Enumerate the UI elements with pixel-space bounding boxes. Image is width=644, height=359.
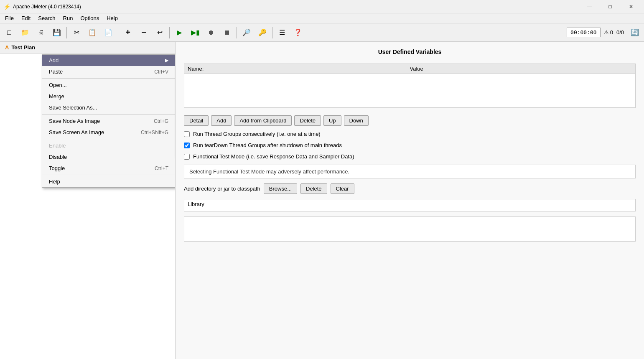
ctx-sep-3 [42, 139, 175, 139]
menu-help[interactable]: Help [103, 14, 121, 22]
user-defined-vars-title: User Defined Variables [184, 48, 636, 55]
warning-badge: ⚠ 0 [604, 29, 613, 36]
run-toolbar-button[interactable]: ▶ [172, 25, 187, 40]
library-box: Library [184, 199, 636, 211]
ctx-sep-2 [42, 114, 175, 115]
ctx-enable-item: Enable [42, 140, 175, 151]
ctx-disable-label: Disable [49, 154, 67, 160]
copy-button[interactable]: 📋 [85, 25, 100, 40]
add-from-clipboard-button[interactable]: Add from Clipboard [234, 115, 292, 126]
ctx-toggle-label: Toggle [49, 165, 65, 171]
functional-mode-checkbox[interactable] [184, 154, 190, 160]
ctx-save-screen-shortcut: Ctrl+Shift+G [141, 130, 168, 135]
ctx-paste-shortcut: Ctrl+V [154, 69, 168, 75]
ctx-open-label: Open... [49, 82, 67, 88]
ctx-save-selection-item[interactable]: Save Selection As... [42, 102, 175, 113]
table-body[interactable] [184, 74, 635, 107]
open-button[interactable]: 📁 [18, 25, 33, 40]
minimize-button[interactable]: — [580, 0, 599, 13]
ctx-add-arrow: ▶ [165, 58, 168, 63]
info-box: Selecting Functional Test Mode may adver… [184, 165, 636, 178]
ctx-help-item[interactable]: Help [42, 176, 175, 187]
detail-button[interactable]: Detail [184, 115, 209, 126]
table-header: Name: Value [184, 64, 635, 74]
menu-options[interactable]: Options [77, 14, 102, 22]
tree-panel: A Test Plan Add ▶ Paste Ctrl+V O [0, 42, 176, 359]
classpath-row: Add directory or jar to classpath Browse… [184, 183, 636, 194]
ctx-open-item[interactable]: Open... [42, 79, 175, 91]
title-bar: ⚡ Apache JMeter (4.0 r1823414) — □ ✕ [0, 0, 644, 13]
functional-mode-label: Functional Test Mode (i.e. save Response… [193, 153, 354, 160]
ctx-disable-item[interactable]: Disable [42, 151, 175, 163]
save-button[interactable]: 💾 [49, 25, 64, 40]
new-button[interactable]: □ [2, 25, 17, 40]
ctx-sep-1 [42, 78, 175, 79]
menu-run[interactable]: Run [60, 14, 76, 22]
ctx-save-screen-image-item[interactable]: Save Screen As Image Ctrl+Shift+G [42, 127, 175, 138]
toolbar-right: 00:00:00 ⚠ 0 0/0 🔄 [567, 25, 642, 40]
menu-bar: File Edit Search Run Options Help [0, 13, 644, 23]
classpath-label: Add directory or jar to classpath [184, 186, 260, 192]
ctx-save-node-image-item[interactable]: Save Node As Image Ctrl+G [42, 115, 175, 127]
ctx-paste-label: Paste [49, 69, 63, 75]
maximize-button[interactable]: □ [601, 0, 620, 13]
tree-root-icon: A [5, 44, 9, 51]
refresh-button[interactable]: 🔄 [627, 25, 642, 40]
browse-button[interactable]: Browse... [264, 183, 297, 194]
delete-classpath-button[interactable]: Delete [300, 183, 327, 194]
ctx-sep-4 [42, 175, 175, 175]
run-consecutive-checkbox[interactable] [184, 131, 190, 137]
menu-file[interactable]: File [2, 14, 17, 22]
ctx-merge-label: Merge [49, 93, 64, 99]
record-button[interactable]: ⏺ [204, 25, 219, 40]
run-consecutive-row: Run Thread Groups consecutively (i.e. on… [184, 131, 636, 137]
ctx-paste-item[interactable]: Paste Ctrl+V [42, 66, 175, 77]
functional-mode-row: Functional Test Mode (i.e. save Response… [184, 153, 636, 160]
run-teardown-row: Run tearDown Thread Groups after shutdow… [184, 142, 636, 148]
ctx-merge-item[interactable]: Merge [42, 91, 175, 102]
table-buttons: Detail Add Add from Clipboard Delete Up … [184, 115, 636, 126]
delete-var-button[interactable]: Delete [294, 115, 321, 126]
context-menu-layer: Add ▶ Paste Ctrl+V Open... Merge [0, 42, 175, 359]
help-toolbar-button[interactable]: ❓ [290, 25, 305, 40]
remove-toolbar-button[interactable]: − [136, 25, 151, 40]
menu-search[interactable]: Search [35, 14, 59, 22]
window-title: Apache JMeter (4.0 r1823414) [13, 4, 580, 10]
ctx-toggle-item[interactable]: Toggle Ctrl+T [42, 163, 175, 174]
cut-button[interactable]: ✂ [69, 25, 84, 40]
main-area: A Test Plan Add ▶ Paste Ctrl+V O [0, 42, 644, 359]
run-step-button[interactable]: ▶▮ [188, 25, 203, 40]
print-button[interactable]: 🖨 [33, 25, 48, 40]
tree-root-node[interactable]: A Test Plan [0, 42, 175, 53]
down-button[interactable]: Down [344, 115, 369, 126]
menu-edit[interactable]: Edit [18, 14, 34, 22]
ctx-toggle-shortcut: Ctrl+T [155, 165, 168, 171]
col-value-header: Value [410, 66, 632, 72]
list-toolbar-button[interactable]: ☰ [275, 25, 290, 40]
undo-toolbar-button[interactable]: ↩ [152, 25, 167, 40]
ctx-save-screen-image-label: Save Screen As Image [49, 129, 104, 135]
library-label: Library [188, 201, 204, 207]
ctx-enable-label: Enable [49, 143, 66, 149]
info-text: Selecting Functional Test Mode may adver… [189, 168, 349, 175]
search-binoculars-button[interactable]: 🔎 [239, 25, 254, 40]
stop-button[interactable]: ⏹ [219, 25, 234, 40]
ctx-add-item[interactable]: Add ▶ [42, 55, 175, 66]
library-table[interactable] [184, 216, 636, 242]
test-plan-form: User Defined Variables Name: Value Detai… [176, 42, 644, 359]
toolbar: □ 📁 🖨 💾 ✂ 📋 📄 + − ↩ ▶ ▶▮ ⏺ ⏹ 🔎 🔑 ☰ ❓ 00:… [0, 23, 644, 42]
add-var-button[interactable]: Add [211, 115, 232, 126]
tree-root-label: Test Plan [11, 44, 35, 51]
timer-display: 00:00:00 [567, 28, 601, 37]
warning-count: 0 [610, 29, 613, 36]
key-button[interactable]: 🔑 [255, 25, 270, 40]
run-teardown-checkbox[interactable] [184, 143, 190, 148]
up-button[interactable]: Up [323, 115, 341, 126]
context-menu-1[interactable]: Add ▶ Paste Ctrl+V Open... Merge [42, 54, 176, 188]
paste-button[interactable]: 📄 [101, 25, 116, 40]
add-toolbar-button[interactable]: + [120, 25, 135, 40]
content-panel: User Defined Variables Name: Value Detai… [176, 42, 644, 359]
close-button[interactable]: ✕ [621, 0, 641, 13]
clear-button[interactable]: Clear [331, 183, 354, 194]
run-consecutive-label: Run Thread Groups consecutively (i.e. on… [193, 131, 321, 137]
